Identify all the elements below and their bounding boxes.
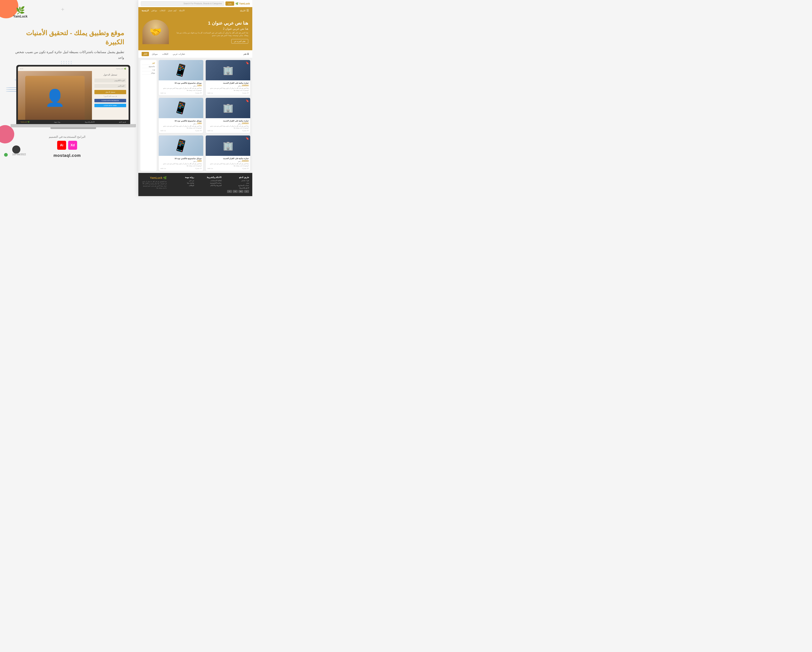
hero-image-icon: 🤝 [150,26,162,38]
tab-all[interactable]: الكل [142,52,149,56]
laptop-mockup: 🌿 YamLuck A ● تسجيل الدخول تسجيل الدخول … [16,65,130,129]
laptop-logo: 🌿 YamLuck [116,68,126,70]
product-image-building-3: 🏢 [206,136,250,156]
product-price-2: 200000 ر.س [207,84,249,87]
twitter-login-button[interactable]: LOGIN WITH Twitter [95,104,126,107]
nav-item-how[interactable]: كيف تعمل [168,9,177,12]
search-bar-area: Search For Products, Brands & Categories… [138,0,252,7]
building-icon-2: 🏢 [223,103,234,113]
product-bookmark-2[interactable]: 🔖 [246,99,249,102]
site-nav: الأسئلة كيف تعمل الباقات مواطن الرئيسية [142,9,185,12]
footer-about-link-2[interactable]: تواصل معنا [169,182,194,184]
login-page: 🌿 YamLuck A ● تسجيل الدخول تسجيل الدخول … [18,67,128,124]
filter-icon[interactable]: ☰ فلتر [243,53,249,55]
product-bookmark-3[interactable]: 🔖 [246,137,249,140]
footer-terms-link-1[interactable]: إتفاقية المستخدم [197,180,221,182]
footer-payment-link-1[interactable]: فيزا / ماستر [224,180,249,182]
filter-item-samsung[interactable]: سامسونج [142,65,155,68]
product-name-2: عمارة سكنية على الطراز الحديث [207,82,249,84]
email-field[interactable] [95,78,126,82]
login-form-area: تسجيل الدخول تسجيل الدخول هل نسيت كلمة ا… [92,71,128,120]
product-meta-4: 12 مشترك منذ دقيقة [207,130,249,131]
footer-payment-link-4[interactable]: الدفع والشروط [224,187,249,189]
product-card-1[interactable]: 📱 موبايل سامسونج جالكسي نوت 10 1000 ر.س … [159,60,203,95]
product-heart-3[interactable]: ♡ [199,137,202,140]
nav-item-home[interactable]: الرئيسية [142,9,149,12]
password-field[interactable] [95,84,126,88]
tab-list: عقارات عربي الباقات موبايل الكل [142,52,187,56]
products-grid: 📱 موبايل سامسونج جالكسي نوت 10 1000 ر.س … [159,60,250,171]
facebook-login-button[interactable]: f LOGIN WITH FACEBOOK [95,99,126,102]
product-meta-3: 12 مشترك منذ دقيقة [160,130,201,131]
footer-payment-link-2[interactable]: مدى [224,182,249,184]
nav-item-questions[interactable]: الأسئلة [179,9,185,12]
footer-link-about[interactable]: رواية مهمة [54,121,60,123]
date-label: 10/Feb/2022 [12,153,26,156]
product-price-1: 1000 ر.س [160,84,201,87]
login-submit-button[interactable]: تسجيل الدخول [95,90,126,94]
footer-terms-col: الأحكام والشروط إتفاقية المستخدم سياسة ا… [197,176,221,193]
hero-image: 🤝 [142,20,169,44]
hero-desc: هنا النص هو على أقل ما يمكن أن يكون في ن… [172,32,248,37]
product-card-4[interactable]: 🏢 عمارة سكنية على الطراز الحديث 200000 ر… [206,98,250,133]
filter-item-all[interactable]: كليل [142,62,155,65]
laptop-screen-outer: 🌿 YamLuck A ● تسجيل الدخول تسجيل الدخول … [16,65,130,124]
footer-logo: 🌿 YamLuck [142,176,166,179]
tab-realstate[interactable]: عقارات عربي [171,52,187,56]
product-card-wrapper-2: 🏢 عمارة سكنية على الطراز الحديث 200000 ر… [206,60,250,95]
footer-payment-link-3[interactable]: حساب المشاريع [224,185,249,186]
software-section: البرامج المستخدمة في التصميم Ai Xd [10,135,124,154]
nav-item-packages[interactable]: الباقات [160,9,165,12]
filter-item-mobile[interactable]: موبايل [142,72,155,75]
laptop-base [11,124,136,127]
mostaql-text: mostaql.com [53,153,81,158]
hero-cta-button[interactable]: تعلم المزيد عن [231,39,248,44]
site-search-input[interactable]: Search For Products, Brands & Categories [141,1,224,6]
adobe-xd-icon: Xd [68,141,77,150]
software-title: البرامج المستخدمة في التصميم [10,135,124,138]
login-form-title: تسجيل الدخول [95,73,126,76]
products-area: ☰ فلتر عقارات عربي الباقات موبايل الكل ك… [138,50,252,173]
product-meta-2: 12 مشترك منذ دقيقة [207,92,249,94]
phone-icon-1: 📱 [172,62,189,78]
login-page-header: 🌿 YamLuck A ● [18,67,128,71]
product-heart-2[interactable]: ♡ [199,99,202,102]
logo-area[interactable]: 🌿 YamLuck [10,6,31,18]
laptop-screen: 🌿 YamLuck A ● تسجيل الدخول تسجيل الدخول … [18,67,128,124]
footer-logo-icon: 🌿 [163,176,166,179]
nav-item-watn[interactable]: مواطن [151,9,157,12]
site-search-button[interactable]: بحث [226,2,234,6]
footer-about-link-3[interactable]: الوظائف [169,185,194,186]
footer-link-terms[interactable]: الأحكام والشروط [85,121,95,123]
footer-about-col: رواية مهمة من نحن تواصل معنا الوظائف [169,176,194,193]
product-card-6[interactable]: 🏢 عمارة سكنية على الطراز الحديث 200000 ر… [206,136,250,171]
product-bookmark-1[interactable]: 🔖 [246,61,249,64]
footer-payment-title: طريق الدفع [224,176,249,179]
product-image-building-1: 🏢 [206,60,250,80]
right-panel: Search For Products, Brands & Categories… [138,0,252,196]
tab-mobile[interactable]: موبايل [150,52,159,56]
filter-item-note[interactable]: نوت [142,68,155,72]
product-card-2[interactable]: 🏢 عمارة سكنية على الطراز الحديث 200000 ر… [206,60,250,95]
forgot-password-link[interactable]: هل نسيت كلمة المرور؟ [95,95,126,97]
tab-packages[interactable]: الباقات [160,52,170,56]
footer-about-title: رواية مهمة [169,176,194,179]
page-title: موقع وتطبيق يملك - لتحقيق الأمنيات الكبي… [10,29,124,47]
site-footer: طريق الدفع فيزا / ماستر مدى حساب المشاري… [138,173,252,196]
product-price-6: 200000 ر.س [207,160,249,162]
product-card-3[interactable]: 📱 موبايل سامسونج جالكسي نوت 10 1000 ر.س … [159,98,203,133]
login-footer-bar: طريق الدفع الأحكام والشروط رواية مهمة 🌿 … [18,120,128,124]
footer-terms-link-2[interactable]: سياسة الخصوصية [197,182,221,184]
footer-link-payment[interactable]: طريق الدفع [119,121,126,123]
product-meta-5: 12 مشترك منذ دقيقة [160,168,201,169]
product-card-5[interactable]: 📱 موبايل سامسونج جالكسي نوت 10 1000 ر.س … [159,136,203,171]
hamburger-menu[interactable]: ☰ الأسئلة [240,9,249,12]
product-name-6: عمارة سكنية على الطراز الحديث [207,157,249,159]
footer-logo-col: 🌿 YamLuck هذا التطبيق هو على أقل ما يمكن… [142,176,166,193]
footer-terms-link-3[interactable]: الشروط والأحكام [197,185,221,186]
hero-banner: هنا نص عربي عنوان 1 هنا نص عربي عنوان 2 … [138,14,252,50]
footer-about-link-1[interactable]: من نحن [169,180,194,182]
product-meta-1: 12 مشترك منذ دقيقة [160,92,201,94]
product-heart-1[interactable]: ♡ [199,61,202,64]
laptop-footer-logo: 🌿 YamLuck [20,121,29,123]
